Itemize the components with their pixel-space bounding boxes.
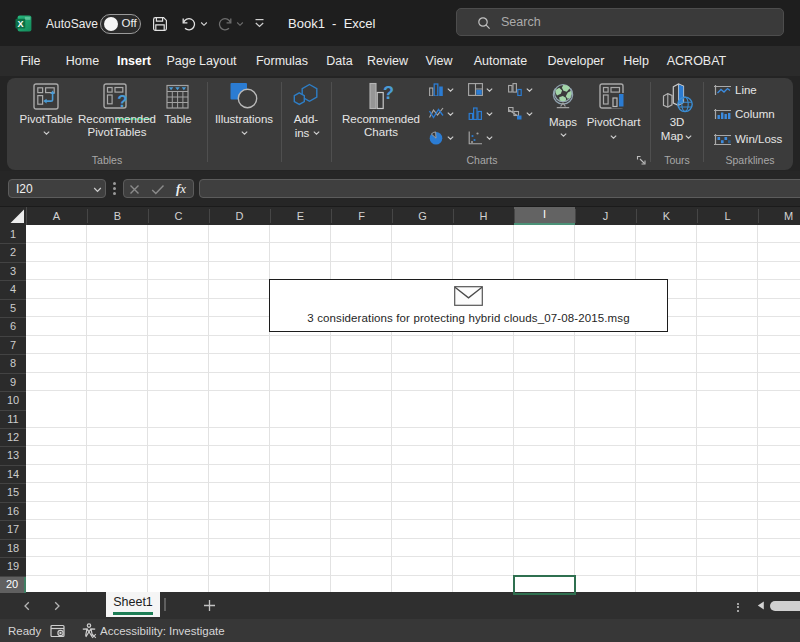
svg-text:?: ? xyxy=(383,83,394,103)
svg-text:?: ? xyxy=(117,92,127,110)
svg-text:X: X xyxy=(17,19,23,29)
